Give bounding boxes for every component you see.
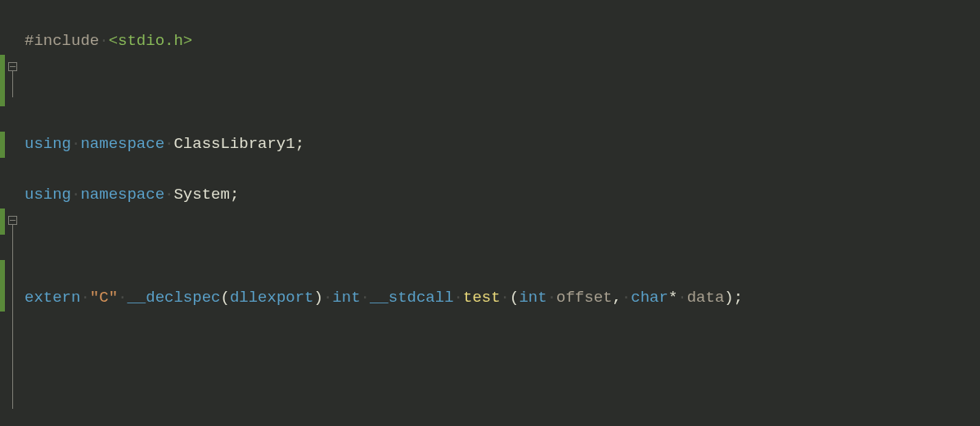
code-line: using·namespace·ClassLibrary1; <box>25 132 743 157</box>
code-line: using·namespace·System; <box>25 182 743 208</box>
modification-bar <box>0 132 5 158</box>
code-line <box>25 388 743 413</box>
fold-icon[interactable] <box>8 62 17 71</box>
code-line: extern·"C"·__declspec(dllexport)·int·__s… <box>25 285 743 311</box>
fold-line <box>12 71 13 97</box>
code-line <box>25 80 743 105</box>
code-line <box>25 336 743 361</box>
fold-line <box>12 225 13 409</box>
modification-bar <box>0 55 5 106</box>
code-line <box>25 234 743 259</box>
code-gutter <box>0 0 23 426</box>
code-line: #include·<stdio.h> <box>25 29 743 54</box>
modification-bar <box>0 260 5 312</box>
code-editor[interactable]: #include·<stdio.h> using·namespace·Class… <box>25 3 743 426</box>
modification-bar <box>0 209 5 235</box>
fold-icon[interactable] <box>8 216 17 225</box>
